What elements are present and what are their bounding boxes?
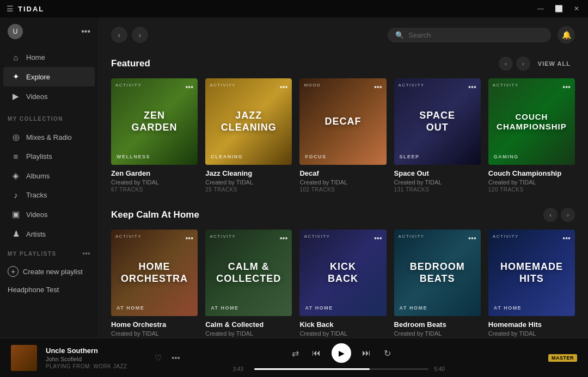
back-button[interactable]: ‹ — [111, 27, 127, 43]
master-badge: MASTER — [548, 354, 577, 362]
sidebar-user-more[interactable]: ••• — [81, 27, 90, 36]
app-title: TIDAL — [18, 5, 44, 13]
sidebar-item-explore[interactable]: ✦ Explore — [3, 67, 95, 86]
artists-icon: ♟ — [11, 229, 21, 239]
card-homemade-hits[interactable]: ACTIVITY ••• HOMEMADEHITS AT HOME Homema… — [488, 230, 575, 338]
sidebar-item-label: Playlists — [26, 152, 52, 160]
scroll-area: Featured ‹ › VIEW ALL ACTIVITY ••• Z — [98, 52, 588, 338]
sidebar-item-albums[interactable]: ◈ Albums — [3, 166, 95, 186]
keep-calm-cards-grid: ACTIVITY ••• HOMEORCHESTRA AT HOME Home … — [111, 230, 575, 338]
card-creator: Created by TIDAL — [205, 179, 292, 186]
like-button[interactable]: ♡ — [152, 351, 164, 365]
sidebar-main-nav: ⌂ Home ✦ Explore ▶ Videos — [0, 46, 98, 108]
card-zen-garden[interactable]: ACTIVITY ••• ZENGARDEN WELLNESS Zen Gard… — [111, 78, 198, 193]
notification-button[interactable]: 🔔 — [558, 26, 575, 44]
sidebar-item-home[interactable]: ⌂ Home — [3, 48, 95, 67]
sidebar-item-artists[interactable]: ♟ Artists — [3, 224, 95, 244]
card-name: Home Orchestra — [111, 320, 198, 329]
topbar: ‹ › 🔍 🔔 — [98, 17, 588, 52]
player-center: ⇄ ⏮ ▶ ⏭ ↻ 3:43 5:40 — [191, 343, 492, 372]
prev-button[interactable]: ⏮ — [310, 346, 323, 360]
sidebar-user-header: U ••• — [0, 17, 98, 46]
card-thumb: ACTIVITY ••• ZENGARDEN WELLNESS — [111, 78, 198, 165]
card-bedroom-beats[interactable]: ACTIVITY ••• BEDROOMBEATS AT HOME Bedroo… — [394, 230, 481, 338]
avatar[interactable]: U — [8, 24, 23, 39]
progress-fill — [254, 368, 369, 370]
playlist-item-headphone-test[interactable]: Headphone Test — [0, 282, 98, 298]
home-icon: ⌂ — [11, 53, 21, 62]
card-name: Kick Back — [299, 320, 386, 329]
card-name: Bedroom Beats — [394, 320, 481, 329]
sidebar-item-label: Tracks — [26, 191, 47, 199]
card-home-orchestra[interactable]: ACTIVITY ••• HOMEORCHESTRA AT HOME Home … — [111, 230, 198, 338]
card-tracks: 120 TRACKS — [488, 187, 575, 193]
keep-calm-title: Keep Calm At Home — [111, 209, 199, 220]
featured-cards-grid: ACTIVITY ••• ZENGARDEN WELLNESS Zen Gard… — [111, 78, 575, 193]
progress-current: 3:43 — [232, 366, 249, 372]
keep-calm-next-button[interactable]: › — [561, 208, 575, 222]
player-right: MASTER — [501, 354, 577, 362]
shuffle-button[interactable]: ⇄ — [290, 346, 301, 361]
topbar-navigation: ‹ › — [111, 27, 148, 43]
maximize-button[interactable]: ⬜ — [553, 4, 565, 14]
app-body: U ••• ⌂ Home ✦ Explore ▶ Videos MY COLLE… — [0, 17, 588, 338]
card-tracks: 102 TRACKS — [299, 187, 386, 193]
sidebar-item-label: Home — [26, 53, 45, 61]
search-input[interactable] — [408, 31, 543, 39]
next-button[interactable]: ⏭ — [360, 346, 373, 360]
card-couch-championship[interactable]: ACTIVITY ••• COUCHCHAMPIONSHIP GAMING Co… — [488, 78, 575, 193]
card-tracks: 131 TRACKS — [394, 187, 481, 193]
card-creator: Created by TIDAL — [299, 330, 386, 337]
topbar-right: 🔍 🔔 — [388, 26, 575, 44]
sidebar-item-mixes[interactable]: ◎ Mixes & Radio — [3, 127, 95, 147]
player-bar: Uncle Southern John Scofield PLAYING FRO… — [0, 338, 588, 377]
tracks-icon: ♪ — [11, 190, 21, 200]
keep-calm-section: Keep Calm At Home ‹ › ACTIVITY ••• HOMEO… — [111, 208, 575, 338]
card-thumb: ACTIVITY ••• SPACEOUT SLEEP — [394, 78, 481, 165]
close-button[interactable]: ✕ — [572, 4, 581, 14]
card-jazz-cleaning[interactable]: ACTIVITY ••• JAZZCLEANING CLEANING Jazz … — [205, 78, 292, 193]
featured-view-all-button[interactable]: VIEW ALL — [534, 58, 575, 69]
sidebar-item-playlists[interactable]: ≡ Playlists — [3, 147, 95, 166]
playlists-more-button[interactable]: ••• — [82, 249, 90, 258]
forward-button[interactable]: › — [132, 27, 148, 43]
sidebar-item-label: Mixes & Radio — [26, 133, 72, 141]
create-playlist-button[interactable]: + Create new playlist — [0, 261, 98, 282]
keep-calm-section-header: Keep Calm At Home ‹ › — [111, 208, 575, 222]
play-pause-button[interactable]: ▶ — [332, 343, 351, 363]
sidebar-item-label: Albums — [26, 172, 50, 180]
featured-prev-button[interactable]: ‹ — [499, 57, 513, 71]
videos2-icon: ▣ — [11, 209, 21, 219]
progress-bar[interactable] — [254, 368, 428, 370]
sidebar-item-videos2[interactable]: ▣ Videos — [3, 205, 95, 224]
sidebar-item-label: Artists — [26, 230, 46, 238]
card-thumb: MOOD ••• DECAF FOCUS — [299, 78, 386, 165]
main-content: ‹ › 🔍 🔔 Featured ‹ › VIEW — [98, 17, 588, 338]
sidebar-item-label: Videos — [26, 211, 48, 219]
player-album-art — [11, 345, 37, 371]
sidebar-item-videos[interactable]: ▶ Videos — [3, 86, 95, 106]
card-name: Jazz Cleaning — [205, 169, 292, 177]
sidebar-item-tracks[interactable]: ♪ Tracks — [3, 186, 95, 205]
card-thumb: ACTIVITY ••• KICKBACK AT HOME — [299, 230, 386, 316]
playlists-section-header: MY PLAYLISTS ••• — [0, 246, 98, 261]
albums-icon: ◈ — [11, 171, 21, 181]
window-controls: — ⬜ ✕ — [535, 4, 581, 14]
featured-next-button[interactable]: › — [516, 57, 530, 71]
player-more-button[interactable]: ••• — [169, 351, 182, 364]
card-calm-collected[interactable]: ACTIVITY ••• CALM &COLLECTED AT HOME Cal… — [205, 230, 292, 338]
menu-icon[interactable]: ☰ — [7, 4, 14, 13]
card-space-out[interactable]: ACTIVITY ••• SPACEOUT SLEEP Space Out Cr… — [394, 78, 481, 193]
add-playlist-icon: + — [8, 266, 19, 277]
card-name: Decaf — [299, 169, 386, 177]
card-name: Zen Garden — [111, 169, 198, 177]
card-thumb: ACTIVITY ••• BEDROOMBEATS AT HOME — [394, 230, 481, 316]
search-bar[interactable]: 🔍 — [388, 28, 551, 42]
keep-calm-prev-button[interactable]: ‹ — [543, 208, 558, 222]
card-decaf[interactable]: MOOD ••• DECAF FOCUS Decaf Created by TI… — [299, 78, 386, 193]
minimize-button[interactable]: — — [535, 4, 546, 14]
card-kick-back[interactable]: ACTIVITY ••• KICKBACK AT HOME Kick Back … — [299, 230, 386, 338]
repeat-button[interactable]: ↻ — [382, 346, 393, 361]
playlists-section-label: MY PLAYLISTS — [8, 251, 57, 257]
sidebar-item-label: Explore — [26, 73, 50, 81]
